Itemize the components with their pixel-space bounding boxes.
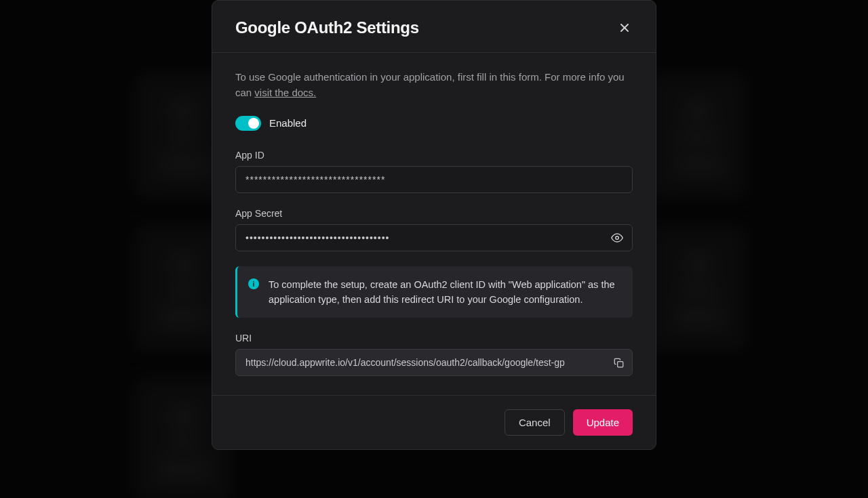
info-icon: i — [248, 278, 259, 289]
enabled-toggle-row: Enabled — [235, 116, 633, 131]
app-id-input[interactable] — [235, 166, 633, 193]
modal-footer: Cancel Update — [212, 395, 656, 449]
uri-input-wrap — [235, 349, 633, 376]
modal-body: To use Google authentication in your app… — [212, 53, 656, 395]
modal-overlay: Google OAuth2 Settings To use Google aut… — [0, 0, 868, 498]
toggle-knob — [248, 118, 259, 129]
app-id-input-wrap — [235, 166, 633, 193]
enabled-label: Enabled — [269, 117, 307, 129]
app-id-field-group: App ID — [235, 150, 633, 193]
enabled-toggle[interactable] — [235, 116, 261, 131]
info-box: i To complete the setup, create an OAuth… — [235, 266, 633, 318]
modal-description: To use Google authentication in your app… — [235, 69, 633, 101]
app-secret-field-group: App Secret — [235, 208, 633, 251]
modal-header: Google OAuth2 Settings — [212, 1, 656, 53]
app-secret-input-wrap — [235, 224, 633, 251]
close-icon — [620, 23, 629, 33]
cancel-button[interactable]: Cancel — [505, 409, 565, 436]
update-button[interactable]: Update — [573, 409, 633, 436]
uri-label: URI — [235, 333, 633, 344]
close-button[interactable] — [616, 20, 633, 36]
app-secret-label: App Secret — [235, 208, 633, 219]
copy-uri-button[interactable] — [611, 355, 626, 370]
info-text: To complete the setup, create an OAuth2 … — [269, 277, 620, 308]
svg-point-2 — [616, 236, 619, 239]
uri-field-group: URI — [235, 333, 633, 376]
reveal-secret-button[interactable] — [610, 230, 625, 245]
oauth-settings-modal: Google OAuth2 Settings To use Google aut… — [212, 0, 656, 450]
svg-rect-3 — [617, 362, 623, 367]
app-id-label: App ID — [235, 150, 633, 161]
docs-link[interactable]: visit the docs. — [254, 87, 316, 98]
eye-icon — [611, 232, 623, 244]
uri-input[interactable] — [235, 349, 633, 376]
modal-title: Google OAuth2 Settings — [235, 18, 419, 37]
app-secret-input[interactable] — [235, 224, 633, 251]
copy-icon — [614, 358, 624, 368]
